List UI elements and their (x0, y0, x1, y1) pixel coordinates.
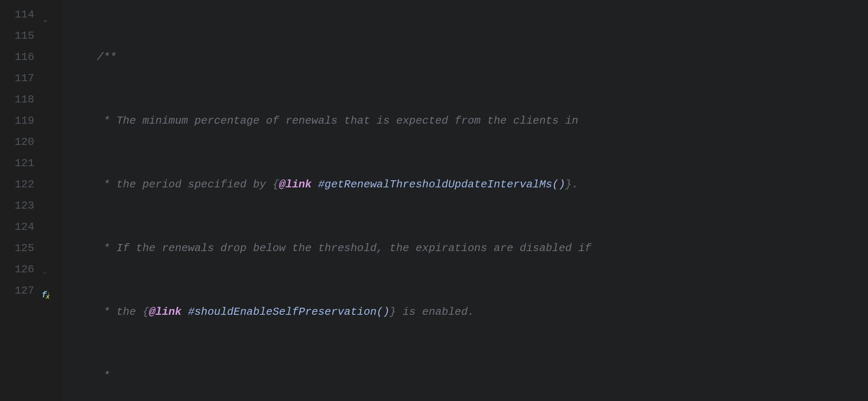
line-number: 121 (0, 153, 34, 174)
code-line[interactable]: * (63, 365, 868, 386)
javadoc-link-tag: @link (279, 178, 311, 191)
code-area[interactable]: /** * The minimum percentage of renewals… (63, 0, 868, 401)
line-number: 124 (0, 217, 34, 238)
javadoc-text: * the period specified by { (97, 178, 279, 191)
line-number: 120 (0, 132, 34, 153)
line-number: 126 (0, 259, 34, 280)
line-number: 122 (0, 174, 34, 195)
override-method-icon[interactable]: fx↓ (42, 284, 50, 306)
line-number: 125 (0, 238, 34, 259)
javadoc-text: * The minimum percentage of renewals tha… (97, 115, 578, 127)
code-line[interactable]: * the {@link #shouldEnableSelfPreservati… (63, 301, 868, 323)
javadoc-link-tag: @link (149, 306, 181, 318)
line-number: 127 (0, 280, 34, 301)
line-number: 123 (0, 195, 34, 217)
line-number: 116 (0, 47, 34, 68)
javadoc-text: } is enabled. (390, 306, 474, 318)
line-number: 118 (0, 89, 34, 110)
javadoc-link-ref[interactable]: #shouldEnableSelfPreservation() (188, 306, 390, 318)
code-line[interactable]: * the period specified by {@link #getRen… (63, 174, 868, 195)
code-editor[interactable]: 114 115 116 117 118 119 120 121 122 123 … (0, 0, 868, 401)
javadoc-text: * If the renewals drop below the thresho… (97, 242, 591, 254)
javadoc-text: }. (565, 178, 578, 191)
javadoc-text: * (97, 369, 110, 382)
gutter-icon-strip: ⌄ — fx↓ (42, 0, 63, 401)
javadoc-text: * the { (97, 306, 149, 318)
javadoc-link-ref[interactable]: #getRenewalThresholdUpdateIntervalMs() (318, 178, 565, 191)
line-number-gutter: 114 115 116 117 118 119 120 121 122 123 … (0, 0, 42, 401)
line-number: 115 (0, 25, 34, 47)
line-number: 119 (0, 110, 34, 132)
javadoc-start: /** (97, 51, 116, 63)
line-number: 114 (0, 4, 34, 25)
code-line[interactable]: * The minimum percentage of renewals tha… (63, 110, 868, 132)
code-line[interactable]: * If the renewals drop below the thresho… (63, 238, 868, 259)
line-number: 117 (0, 68, 34, 89)
code-line[interactable]: /** (63, 47, 868, 68)
